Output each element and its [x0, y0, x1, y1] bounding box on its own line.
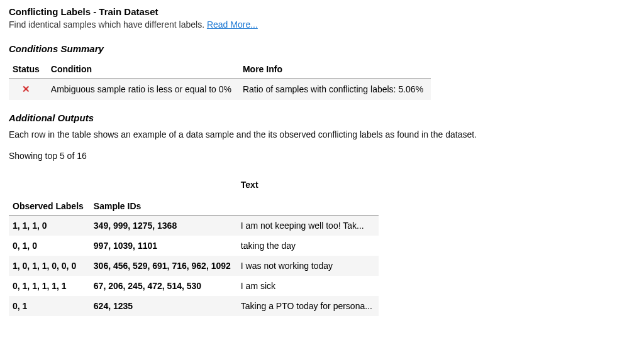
text-cell: I am not keeping well too! Tak... [237, 216, 379, 236]
table-row: 1, 0, 1, 1, 0, 0, 0 306, 456, 529, 691, … [9, 256, 379, 276]
col-text-top: Text [237, 176, 379, 197]
labels-cell: 0, 1 [9, 296, 90, 316]
text-cell: Taking a PTO today for persona... [237, 296, 379, 316]
labels-cell: 1, 0, 1, 1, 0, 0, 0 [9, 256, 90, 276]
table-row: 0, 1, 1, 1, 1, 1 67, 206, 245, 472, 514,… [9, 276, 379, 296]
read-more-link[interactable]: Read More... [207, 19, 258, 30]
ids-cell: 997, 1039, 1101 [90, 236, 237, 256]
text-cell: I am sick [237, 276, 379, 296]
ids-cell: 349, 999, 1275, 1368 [90, 216, 237, 236]
ids-cell: 624, 1235 [90, 296, 237, 316]
conditions-heading: Conditions Summary [9, 43, 635, 54]
condition-cell: Ambiguous sample ratio is less or equal … [47, 79, 239, 101]
page-title: Conflicting Labels - Train Dataset [9, 6, 635, 17]
col-observed-labels: Observed Labels [9, 197, 90, 216]
more-info-cell: Ratio of samples with conflicting labels… [239, 79, 431, 101]
ids-cell: 67, 206, 245, 472, 514, 530 [90, 276, 237, 296]
outputs-heading: Additional Outputs [9, 112, 635, 123]
col-status: Status [9, 60, 47, 79]
col-text [237, 197, 379, 216]
samples-table: Text Observed Labels Sample IDs 1, 1, 1,… [9, 176, 379, 316]
labels-cell: 0, 1, 1, 1, 1, 1 [9, 276, 90, 296]
col-more-info: More Info [239, 60, 431, 79]
table-row: ✕ Ambiguous sample ratio is less or equa… [9, 79, 431, 101]
text-cell: taking the day [237, 236, 379, 256]
text-cell: I was not working today [237, 256, 379, 276]
subtitle-text: Find identical samples which have differ… [9, 19, 207, 30]
showing-count: Showing top 5 of 16 [9, 151, 635, 161]
col-condition: Condition [47, 60, 239, 79]
fail-icon: ✕ [9, 79, 47, 101]
outputs-description: Each row in the table shows an example o… [9, 129, 635, 139]
labels-cell: 0, 1, 0 [9, 236, 90, 256]
labels-cell: 1, 1, 1, 0 [9, 216, 90, 236]
table-row: 0, 1 624, 1235 Taking a PTO today for pe… [9, 296, 379, 316]
ids-cell: 306, 456, 529, 691, 716, 962, 1092 [90, 256, 237, 276]
conditions-table: Status Condition More Info ✕ Ambiguous s… [9, 60, 431, 100]
page-subtitle: Find identical samples which have differ… [9, 19, 635, 30]
table-row: 0, 1, 0 997, 1039, 1101 taking the day [9, 236, 379, 256]
table-row: 1, 1, 1, 0 349, 999, 1275, 1368 I am not… [9, 216, 379, 236]
col-sample-ids: Sample IDs [90, 197, 237, 216]
